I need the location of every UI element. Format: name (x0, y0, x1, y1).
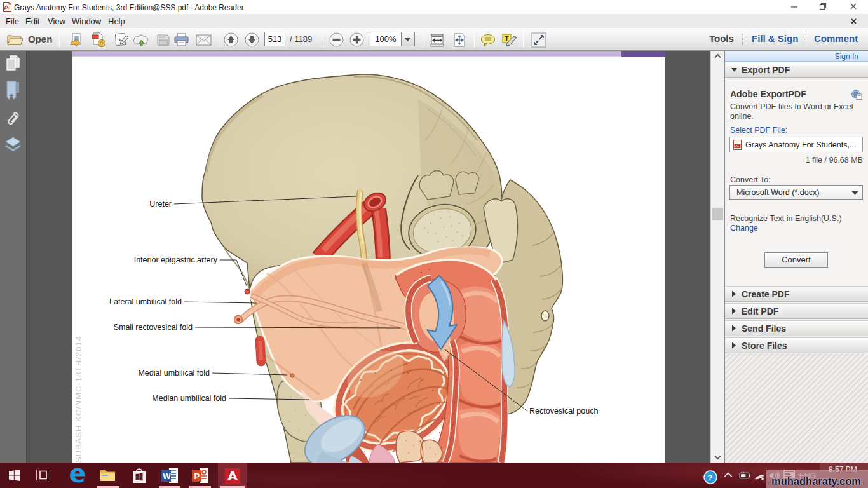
svg-text:Lateral umbilical fold: Lateral umbilical fold (109, 297, 182, 306)
svg-text:Rectovesical pouch: Rectovesical pouch (529, 407, 598, 416)
svg-text:Ureter: Ureter (149, 200, 172, 208)
svg-text:?: ? (708, 473, 713, 482)
svg-text:Inferior epigastric artery: Inferior epigastric artery (134, 255, 218, 264)
svg-text:Median umbilical fold: Median umbilical fold (152, 394, 226, 403)
svg-text:Small rectovesical fold: Small rectovesical fold (114, 323, 193, 332)
svg-text:Medial umbilical fold: Medial umbilical fold (138, 369, 210, 377)
svg-text:P: P (194, 471, 200, 481)
svg-text:W: W (163, 471, 171, 481)
